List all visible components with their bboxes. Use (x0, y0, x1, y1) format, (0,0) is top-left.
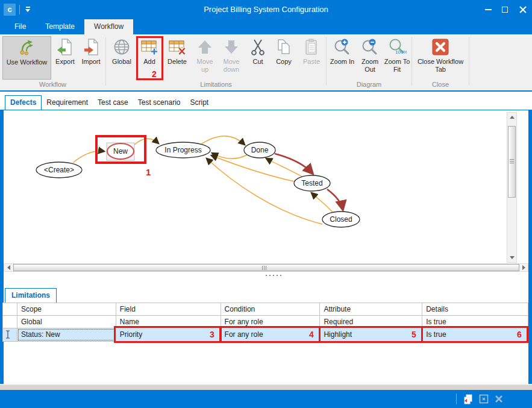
import-icon (81, 37, 101, 57)
tab-script[interactable]: Script (185, 96, 213, 110)
export-button[interactable]: Export (53, 36, 77, 80)
ribbon-tab-bar: File Template Workflow (0, 19, 532, 34)
cell-details[interactable]: Is true (422, 316, 528, 328)
import-label: Import (81, 58, 100, 66)
ribbon-separator (469, 37, 469, 86)
table-row[interactable]: Global Name For any role Required Is tru… (3, 316, 528, 328)
state-node-done[interactable]: Done (244, 142, 275, 158)
cell-condition[interactable]: For any role (221, 328, 321, 341)
quick-access-chevron-icon[interactable] (25, 7, 31, 13)
cell-attribute[interactable]: Required (320, 316, 422, 328)
copy-icon (274, 37, 293, 57)
close-workflow-tab-button[interactable]: Close Workflow Tab (414, 36, 467, 80)
cut-button[interactable]: Cut (246, 36, 269, 80)
scroll-up-button[interactable] (508, 113, 516, 121)
move-up-label: Move up (193, 58, 217, 74)
cut-label: Cut (252, 58, 263, 66)
maximize-button[interactable] (496, 0, 513, 19)
copy-pages-icon[interactable] (463, 394, 474, 404)
tab-test-case[interactable]: Test case (93, 96, 133, 110)
delete-label: Delete (167, 58, 187, 66)
move-down-label: Move down (218, 58, 245, 74)
group-label-limitations: Limitations (106, 81, 326, 89)
delete-table-icon (167, 37, 187, 57)
group-label-workflow: Workflow (0, 81, 105, 89)
tab-defects[interactable]: Defects (5, 95, 42, 110)
application-window: Project Billing System Configuration c F… (0, 0, 532, 408)
scroll-down-button[interactable] (508, 254, 516, 262)
cell-attribute[interactable]: Highlight (320, 328, 422, 341)
ribbon-separator (412, 37, 412, 86)
tab-workflow[interactable]: Workflow (84, 19, 133, 34)
maximize-icon (502, 7, 508, 13)
state-label-create: <Create> (44, 166, 74, 174)
document-tab-bar: Defects Requirement Test case Test scena… (0, 92, 532, 110)
title-bar: Project Billing System Configuration c (0, 0, 532, 19)
column-header-details[interactable]: Details (422, 303, 528, 315)
minimize-button[interactable] (480, 0, 496, 19)
import-button[interactable]: Import (78, 36, 104, 80)
minimize-icon (485, 9, 492, 10)
selection-frame-icon[interactable] (478, 394, 489, 404)
close-workflow-icon (431, 37, 450, 57)
add-button[interactable]: Add (137, 36, 162, 80)
row-header-cell[interactable] (3, 316, 17, 328)
zoom-out-icon (360, 37, 380, 57)
app-icon[interactable]: c (4, 4, 16, 16)
move-up-button[interactable]: Move up (193, 36, 217, 80)
tab-file[interactable]: File (5, 19, 36, 34)
cell-details[interactable]: Is true (422, 328, 528, 341)
zoom-to-fit-button[interactable]: 100% Zoom To Fit (384, 36, 410, 80)
zoom-to-fit-label: Zoom To Fit (384, 58, 410, 74)
move-down-button[interactable]: Move down (218, 36, 245, 80)
vertical-scrollbar[interactable] (507, 112, 517, 263)
state-node-tested[interactable]: Tested (294, 175, 330, 191)
scroll-right-button[interactable] (520, 264, 528, 271)
add-label: Add (143, 58, 155, 66)
workflow-icon (17, 38, 37, 57)
group-label-diagram: Diagram (327, 81, 412, 89)
workflow-diagram: <Create> New In Progress Done Tested Clo… (0, 110, 532, 263)
column-header-condition[interactable]: Condition (221, 303, 321, 315)
tab-template[interactable]: Template (36, 19, 84, 34)
state-node-create[interactable]: <Create> (36, 162, 82, 178)
copy-button[interactable]: Copy (271, 36, 296, 80)
zoom-out-button[interactable]: Zoom Out (357, 36, 383, 80)
panel-splitter-handle[interactable] (266, 274, 284, 277)
use-workflow-label: Use Workflow (7, 58, 48, 66)
delete-button[interactable]: Delete (163, 36, 191, 80)
bottom-border-strip (0, 384, 532, 390)
text-cursor-icon (5, 330, 10, 339)
table-row-selected[interactable]: Status: New Priority For any role Highli… (3, 328, 528, 342)
tab-limitations[interactable]: Limitations (5, 288, 57, 303)
tab-requirement[interactable]: Requirement (42, 96, 93, 110)
tab-test-scenario[interactable]: Test scenario (133, 96, 186, 110)
export-icon (55, 37, 75, 57)
vertical-scrollbar-thumb[interactable] (508, 126, 516, 198)
cut-icon (248, 37, 268, 57)
column-header-field[interactable]: Field (116, 303, 221, 315)
global-button[interactable]: Global (108, 36, 135, 80)
state-node-new[interactable]: New (107, 143, 134, 160)
cell-scope[interactable]: Status: New (17, 328, 116, 341)
state-label-closed: Closed (330, 215, 352, 224)
cell-scope[interactable]: Global (17, 316, 116, 328)
column-header-scope[interactable]: Scope (17, 303, 116, 315)
row-header-cell[interactable] (3, 328, 17, 341)
zoom-in-button[interactable]: Zoom In (328, 36, 356, 80)
state-node-in-progress[interactable]: In Progress (156, 142, 210, 158)
cell-condition[interactable]: For any role (221, 316, 321, 328)
horizontal-scrollbar[interactable] (4, 263, 528, 272)
scroll-left-button[interactable] (5, 264, 13, 271)
paste-button[interactable]: Paste (298, 36, 325, 80)
x-mark-icon[interactable] (493, 394, 504, 404)
zoom-out-label: Zoom Out (357, 58, 383, 74)
horizontal-scrollbar-thumb[interactable] (13, 264, 519, 271)
paste-label: Paste (303, 58, 320, 66)
use-workflow-button[interactable]: Use Workflow (2, 36, 51, 80)
state-node-closed[interactable]: Closed (322, 212, 360, 227)
cell-field[interactable]: Name (116, 316, 221, 328)
close-window-button[interactable] (513, 0, 532, 19)
cell-field[interactable]: Priority (116, 328, 221, 341)
column-header-attribute[interactable]: Attribute (320, 303, 422, 315)
